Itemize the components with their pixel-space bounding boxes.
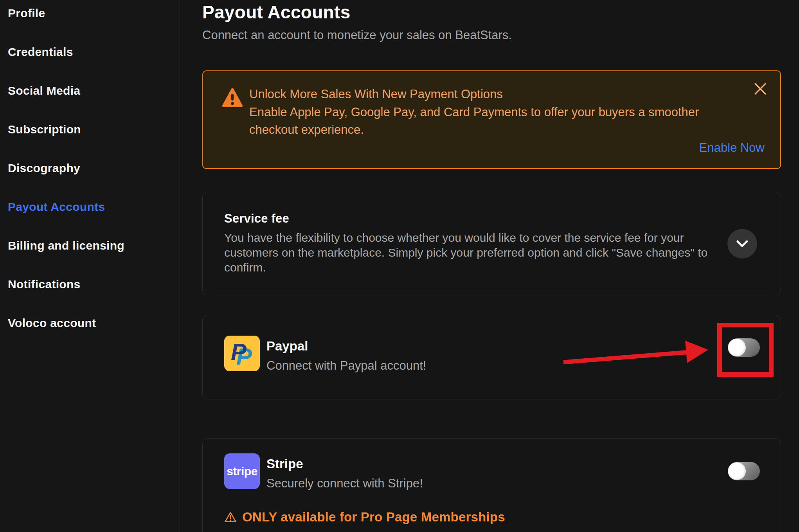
stripe-title: Stripe xyxy=(266,457,423,471)
paypal-description: Connect with Paypal account! xyxy=(266,359,426,373)
enable-now-link[interactable]: Enable Now xyxy=(699,141,765,155)
sidebar-item-voloco-account[interactable]: Voloco account xyxy=(0,315,180,354)
stripe-toggle[interactable] xyxy=(728,462,760,480)
chevron-down-icon xyxy=(736,240,748,247)
sidebar-item-notifications[interactable]: Notifications xyxy=(0,277,180,315)
page-title: Payout Accounts xyxy=(202,2,351,23)
banner-body: Enable Apple Pay, Google Pay, and Card P… xyxy=(249,103,738,138)
warning-triangle-icon xyxy=(222,88,243,108)
service-fee-description: You have the flexibility to choose wheth… xyxy=(224,230,711,275)
main-content: Payout Accounts Connect an account to mo… xyxy=(180,0,799,532)
stripe-icon: stripe xyxy=(224,453,260,489)
sidebar-item-payout-accounts[interactable]: Payout Accounts xyxy=(0,199,180,238)
sidebar-item-social-media[interactable]: Social Media xyxy=(0,83,180,122)
stripe-card: stripe Stripe Securely connect with Stri… xyxy=(202,438,781,532)
stripe-description: Securely connect with Stripe! xyxy=(266,476,423,491)
stripe-pro-note-text: ONLY available for Pro Page Memberships xyxy=(242,510,505,525)
warning-outline-icon xyxy=(224,511,237,523)
sidebar-item-discography[interactable]: Discography xyxy=(0,160,180,199)
sidebar-item-billing-and-licensing[interactable]: Billing and licensing xyxy=(0,238,180,277)
service-fee-card: Service fee You have the flexibility to … xyxy=(202,192,781,295)
payment-options-banner: Unlock More Sales With New Payment Optio… xyxy=(202,70,781,169)
sidebar-item-credentials[interactable]: Credentials xyxy=(0,44,180,83)
payout-accounts-page: Profile Credentials Social Media Subscri… xyxy=(0,0,799,532)
sidebar-item-subscription[interactable]: Subscription xyxy=(0,122,180,160)
sidebar-item-profile[interactable]: Profile xyxy=(0,5,180,44)
svg-text:P: P xyxy=(231,339,247,365)
banner-title: Unlock More Sales With New Payment Optio… xyxy=(249,86,738,102)
paypal-title: Paypal xyxy=(266,339,426,354)
close-icon[interactable] xyxy=(754,82,767,95)
service-fee-expand-button[interactable] xyxy=(727,229,757,259)
paypal-toggle-knob xyxy=(728,339,746,356)
stripe-pro-note: ONLY available for Pro Page Memberships xyxy=(224,510,505,525)
paypal-toggle[interactable] xyxy=(728,338,760,357)
page-subtitle: Connect an account to monetize your sale… xyxy=(202,28,512,42)
stripe-toggle-knob xyxy=(728,462,746,480)
service-fee-title: Service fee xyxy=(224,212,714,226)
settings-sidebar: Profile Credentials Social Media Subscri… xyxy=(0,0,180,532)
paypal-icon: P P xyxy=(224,336,260,371)
paypal-card: P P Paypal Connect with Paypal account! xyxy=(202,315,781,399)
